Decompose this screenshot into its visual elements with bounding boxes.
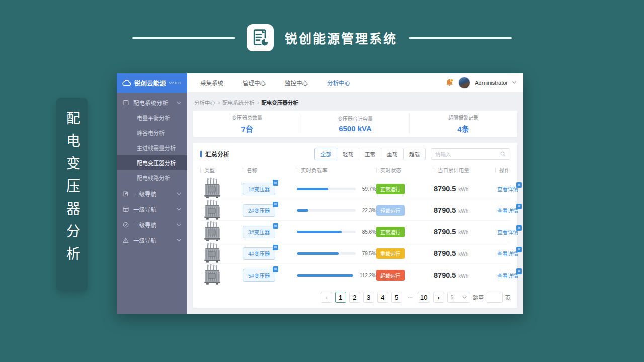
stat-card-1: 变压器合计容量6500 kVA (301, 115, 409, 133)
load-bar-track (297, 274, 353, 277)
pagination-page-5[interactable]: 5 (391, 292, 403, 303)
pagination-page-3[interactable]: 3 (363, 292, 374, 303)
sidebar-section-3[interactable]: 一级导航 (117, 217, 187, 232)
search-input[interactable] (435, 151, 500, 157)
view-details-link[interactable]: 查看详情 (497, 272, 518, 279)
table-row: 4#变压器79.5%重载运行8790.5kWh查看详情 (200, 242, 510, 264)
top-menu: 采集系统管理中心监控中心分析中心 (200, 79, 350, 87)
sidebar-item-主进线需量分析[interactable]: 主进线需量分析 (117, 140, 187, 155)
energy-unit: kWh (458, 230, 468, 235)
pagination-next-button[interactable]: › (433, 292, 444, 303)
top-navigation: 采集系统管理中心监控中心分析中心 Administrator (187, 73, 523, 93)
transformer-name-tag[interactable]: 4#变压器 (243, 247, 275, 260)
load-bar-fill (297, 188, 328, 190)
column-header-名称: 名称 (243, 166, 297, 174)
load-percentage: 59.7% (362, 186, 376, 192)
sidebar-item-配电线路分析[interactable]: 配电线路分析 (117, 170, 187, 186)
jump-label: 跳至 (473, 294, 484, 301)
energy-value: 8790.5 (434, 271, 456, 279)
load-rate-cell: 59.7% (297, 186, 376, 192)
view-details-link[interactable]: 查看详情 (497, 185, 518, 193)
transformer-name-tag[interactable]: 5#变压器 (243, 269, 275, 282)
summary-panel: 汇总分析 全部轻载正常重载超载 (193, 143, 517, 308)
warning-icon (123, 237, 129, 243)
report-document-icon (247, 24, 274, 51)
filter-button-正常[interactable]: 正常 (359, 148, 381, 160)
chevron-down-icon (462, 296, 467, 299)
nav-item-管理中心[interactable]: 管理中心 (243, 79, 266, 87)
sidebar-section-1[interactable]: 一级导航 (117, 186, 187, 201)
notification-bell-icon[interactable] (445, 78, 454, 87)
table-header-row: 类型名称实时负载率实时状态当日累计电量操作 (200, 166, 510, 177)
hero-header: 锐创能源管理系统 (0, 24, 644, 51)
pagination-page-2[interactable]: 2 (349, 292, 360, 303)
view-details-link[interactable]: 查看详情 (497, 228, 518, 236)
panel-tools: 全部轻载正常重载超载 (314, 148, 510, 160)
page-size-value: 5 (451, 294, 454, 300)
decor-line-right (409, 37, 512, 39)
transformer-name-tag[interactable]: 1#变压器 (243, 183, 275, 195)
sidebar-section-0[interactable]: 配电系统分析 (117, 95, 187, 110)
status-badge: 重载运行 (376, 248, 405, 259)
nav-item-监控中心[interactable]: 监控中心 (285, 79, 308, 87)
load-bar-fill (297, 252, 339, 255)
user-name[interactable]: Administrator (475, 80, 508, 86)
tag-report-icon (273, 245, 278, 250)
nav-item-采集系统[interactable]: 采集系统 (200, 79, 223, 87)
pagination-page-1[interactable]: 1 (335, 292, 346, 303)
logo-bar[interactable]: 锐创云能源 V2.0.0 (117, 73, 187, 93)
sidebar-item-配电变压器分析[interactable]: 配电变压器分析 (117, 155, 187, 170)
app-logo-name: 锐创云能源 (134, 78, 166, 88)
page-jump: 跳至页 (473, 292, 511, 303)
action-report-icon (516, 247, 522, 252)
breadcrumb-item[interactable]: 配电系统分析 (222, 100, 254, 106)
breadcrumb-item[interactable]: 分析中心 (194, 100, 215, 106)
table-row: 3#变压器85.6%正常运行8790.5kWh查看详情 (200, 221, 510, 242)
energy-value: 8790.5 (434, 185, 456, 193)
filter-button-全部[interactable]: 全部 (314, 148, 337, 160)
view-details-link[interactable]: 查看详情 (497, 207, 518, 214)
sidebar-item-电量平衡分析[interactable]: 电量平衡分析 (117, 110, 187, 125)
jump-page-input[interactable] (487, 292, 503, 303)
caret-down-icon[interactable] (512, 81, 516, 84)
stats-summary-card: 变压器总数量7台变压器合计容量6500 kVA超限报警记录4条 (193, 111, 517, 137)
status-badge: 超载运行 (376, 270, 405, 281)
sidebar-item-峰谷电分析[interactable]: 峰谷电分析 (117, 125, 187, 140)
pagination-page-10[interactable]: 10 (418, 292, 430, 303)
energy-cell: 8790.5kWh (434, 249, 495, 257)
filter-button-轻载[interactable]: 轻载 (337, 148, 359, 160)
action-cell: 查看详情 (495, 249, 518, 258)
view-details-link[interactable]: 查看详情 (497, 250, 518, 257)
sidebar-section-4[interactable]: 一级导航 (117, 232, 187, 248)
tag-report-icon (273, 223, 278, 229)
vertical-title-banner: 配电变压器分析 (56, 98, 88, 291)
app-logo-version: V2.0.0 (169, 81, 181, 85)
main-area: 采集系统管理中心监控中心分析中心 Administrator (187, 73, 523, 314)
search-icon[interactable] (500, 151, 506, 157)
app-window: 锐创云能源 V2.0.0 配电系统分析电量平衡分析峰谷电分析主进线需量分析配电变… (117, 73, 523, 314)
stat-value: 4条 (410, 123, 517, 134)
action-report-icon (516, 182, 522, 188)
name-cell: 1#变压器 (243, 183, 297, 195)
nav-item-分析中心[interactable]: 分析中心 (327, 79, 350, 87)
column-header-当日累计电量: 当日累计电量 (434, 166, 495, 174)
load-percentage: 85.6% (362, 229, 376, 235)
edit-icon (123, 191, 129, 197)
load-percentage: 112.2% (360, 273, 376, 278)
breadcrumb-item: 配电变压器分析 (261, 100, 298, 106)
load-bar-track (297, 252, 356, 255)
column-header-实时状态: 实时状态 (376, 166, 434, 174)
filter-button-超载[interactable]: 超载 (403, 148, 426, 160)
user-avatar[interactable] (458, 77, 470, 89)
jump-suffix: 页 (505, 294, 511, 301)
name-cell: 2#变压器 (243, 204, 297, 217)
pagination-prev-button[interactable]: ‹ (321, 292, 332, 303)
stat-label: 变压器合计容量 (301, 115, 409, 122)
transformer-name-tag[interactable]: 2#变压器 (243, 204, 275, 217)
page-size-select[interactable]: 5 (447, 292, 470, 303)
filter-button-重载[interactable]: 重载 (381, 148, 404, 160)
sidebar-section-2[interactable]: 一级导航 (117, 201, 187, 217)
load-bar-fill (297, 209, 308, 212)
pagination-page-4[interactable]: 4 (377, 292, 388, 303)
transformer-name-tag[interactable]: 3#变压器 (243, 226, 275, 238)
